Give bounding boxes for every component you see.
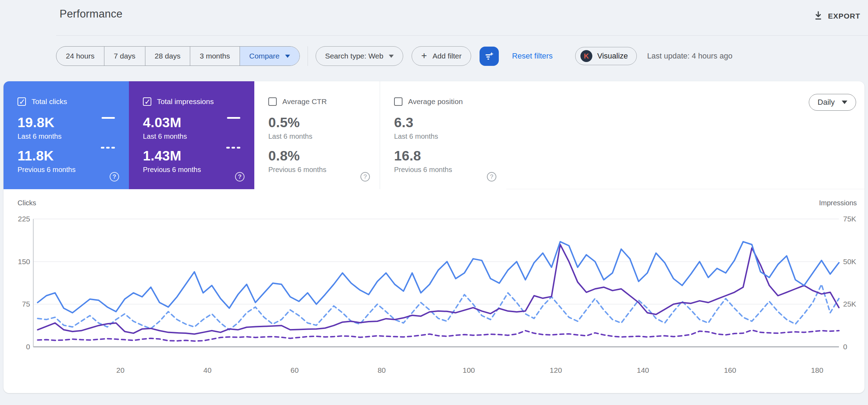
- average-ctr-checkbox-row[interactable]: ✓ Average CTR: [268, 97, 367, 106]
- chart-canvas: [33, 219, 839, 347]
- metric-value-current: 0.5%: [268, 115, 367, 130]
- help-icon[interactable]: ?: [110, 172, 119, 181]
- metric-tile-total-impressions[interactable]: ✓ Total impressions 4.03M Last 6 months …: [129, 81, 254, 189]
- x-axis-tick: 180: [805, 366, 829, 375]
- left-axis-tick: 225: [6, 215, 30, 223]
- total-clicks-checkbox[interactable]: ✓: [18, 97, 26, 106]
- x-axis-tick: 40: [195, 366, 220, 375]
- solid-line-legend-mark: [102, 117, 115, 119]
- smart-filter-button[interactable]: [480, 47, 499, 66]
- right-axis-title: Impressions: [819, 199, 857, 207]
- series-impressions-k-previous-6-months: [37, 330, 839, 341]
- metric-label: Average CTR: [282, 97, 327, 106]
- dashed-line-legend-mark: [226, 147, 240, 149]
- metric-tile-average-position[interactable]: ✓ Average position 6.3 Last 6 months 16.…: [380, 81, 506, 189]
- total-impressions-checkbox-row[interactable]: ✓ Total impressions: [143, 97, 242, 106]
- chevron-down-icon: [842, 101, 847, 104]
- search-type-dropdown[interactable]: Search type: Web: [316, 46, 404, 66]
- download-icon: [813, 11, 823, 22]
- performance-chart[interactable]: [33, 219, 839, 347]
- metric-period-previous: Previous 6 months: [268, 166, 367, 174]
- header-divider: [56, 35, 868, 36]
- chevron-down-icon: [389, 55, 394, 58]
- x-axis-tick: 160: [718, 366, 742, 375]
- page-title: Performance: [60, 8, 123, 20]
- reset-filters-link[interactable]: Reset filters: [512, 52, 553, 61]
- filter-bar: 24 hours 7 days 28 days 3 months Compare…: [56, 46, 861, 66]
- check-icon: ✓: [144, 97, 151, 107]
- metric-tile-total-clicks[interactable]: ✓ Total clicks 19.8K Last 6 months 11.8K…: [4, 81, 129, 189]
- chevron-down-icon: [285, 55, 290, 58]
- x-axis-tick: 60: [282, 366, 307, 375]
- average-position-checkbox[interactable]: ✓: [394, 97, 402, 106]
- date-range-3-months[interactable]: 3 months: [190, 47, 240, 66]
- visualize-button[interactable]: K Visualize: [575, 47, 637, 65]
- total-clicks-checkbox-row[interactable]: ✓ Total clicks: [18, 97, 116, 106]
- interval-dropdown[interactable]: Daily: [809, 94, 856, 111]
- help-icon[interactable]: ?: [360, 172, 370, 181]
- left-axis-tick: 75: [6, 300, 30, 308]
- add-filter-label: Add filter: [433, 52, 462, 60]
- right-axis-tick: 0: [843, 343, 868, 351]
- metric-value-current: 6.3: [394, 115, 494, 130]
- date-range-group: 24 hours 7 days 28 days 3 months Compare: [56, 46, 300, 66]
- date-range-24-hours[interactable]: 24 hours: [56, 47, 104, 66]
- metric-value-previous: 16.8: [394, 148, 494, 164]
- visualize-k-icon: K: [580, 50, 592, 62]
- filter-bar-divider: [308, 46, 308, 66]
- metric-label: Average position: [408, 97, 463, 106]
- plus-icon: +: [421, 51, 427, 61]
- performance-panel: ✓ Total clicks 19.8K Last 6 months 11.8K…: [4, 81, 864, 393]
- last-update-text: Last update: 4 hours ago: [647, 52, 732, 61]
- x-axis-tick: 100: [456, 366, 481, 375]
- x-axis-tick: 140: [631, 366, 655, 375]
- average-position-checkbox-row[interactable]: ✓ Average position: [394, 97, 494, 106]
- add-filter-button[interactable]: + Add filter: [412, 46, 471, 66]
- x-axis-tick: 80: [370, 366, 394, 375]
- metric-value-previous: 1.43M: [143, 148, 242, 164]
- series-impressions-k-last-6-months: [37, 245, 839, 334]
- right-axis-tick: 75K: [843, 215, 868, 223]
- right-axis-tick: 25K: [843, 300, 868, 308]
- series-clicks-previous-6-months: [37, 284, 839, 330]
- x-axis-tick: 20: [108, 366, 133, 375]
- metric-value-previous: 11.8K: [18, 148, 116, 164]
- visualize-label: Visualize: [597, 52, 628, 61]
- metric-period-current: Last 6 months: [394, 132, 494, 140]
- solid-line-legend-mark: [227, 117, 240, 119]
- date-range-28-days[interactable]: 28 days: [145, 47, 191, 66]
- compare-label: Compare: [249, 52, 280, 60]
- metric-label: Total impressions: [157, 97, 214, 106]
- metric-value-previous: 0.8%: [268, 148, 367, 164]
- date-range-7-days[interactable]: 7 days: [104, 47, 145, 66]
- left-axis-tick: 150: [6, 258, 30, 266]
- dashed-line-legend-mark: [101, 147, 115, 149]
- check-icon: ✓: [19, 97, 25, 107]
- metric-period-previous: Previous 6 months: [394, 166, 494, 174]
- metric-period-current: Last 6 months: [18, 132, 116, 140]
- export-label: EXPORT: [828, 12, 860, 20]
- average-ctr-checkbox[interactable]: ✓: [268, 97, 277, 106]
- filter-sparkle-icon: [483, 50, 495, 62]
- left-axis-title: Clicks: [18, 199, 36, 207]
- total-impressions-checkbox[interactable]: ✓: [143, 97, 151, 106]
- metric-label: Total clicks: [32, 97, 67, 106]
- export-button[interactable]: EXPORT: [813, 11, 860, 22]
- metric-period-previous: Previous 6 months: [18, 166, 116, 174]
- x-axis-tick: 120: [544, 366, 568, 375]
- metric-period-current: Last 6 months: [268, 132, 367, 140]
- help-icon[interactable]: ?: [235, 172, 244, 181]
- date-range-compare[interactable]: Compare: [240, 47, 299, 66]
- metric-tile-average-ctr[interactable]: ✓ Average CTR 0.5% Last 6 months 0.8% Pr…: [254, 81, 380, 189]
- metric-tiles-row: ✓ Total clicks 19.8K Last 6 months 11.8K…: [4, 81, 864, 189]
- left-axis-tick: 0: [6, 343, 30, 351]
- series-clicks-last-6-months: [37, 242, 839, 313]
- search-type-label: Search type: Web: [325, 52, 384, 60]
- metric-period-previous: Previous 6 months: [143, 166, 242, 174]
- interval-label: Daily: [818, 98, 835, 107]
- help-icon[interactable]: ?: [487, 172, 496, 181]
- right-axis-tick: 50K: [843, 258, 868, 266]
- metric-period-current: Last 6 months: [143, 132, 242, 140]
